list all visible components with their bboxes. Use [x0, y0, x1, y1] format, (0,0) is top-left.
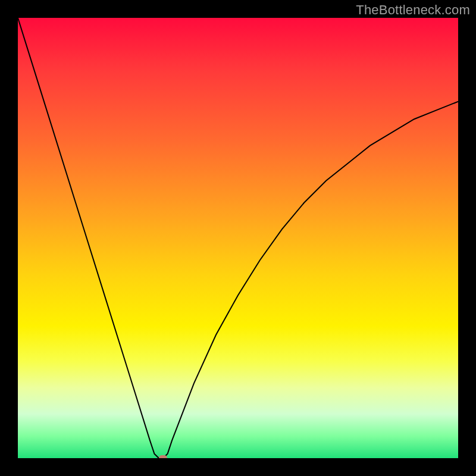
bottleneck-curve — [18, 18, 458, 458]
watermark-text: TheBottleneck.com — [356, 2, 470, 18]
plot-area — [18, 18, 458, 458]
optimum-marker — [159, 455, 167, 458]
chart-frame: TheBottleneck.com — [0, 0, 476, 476]
